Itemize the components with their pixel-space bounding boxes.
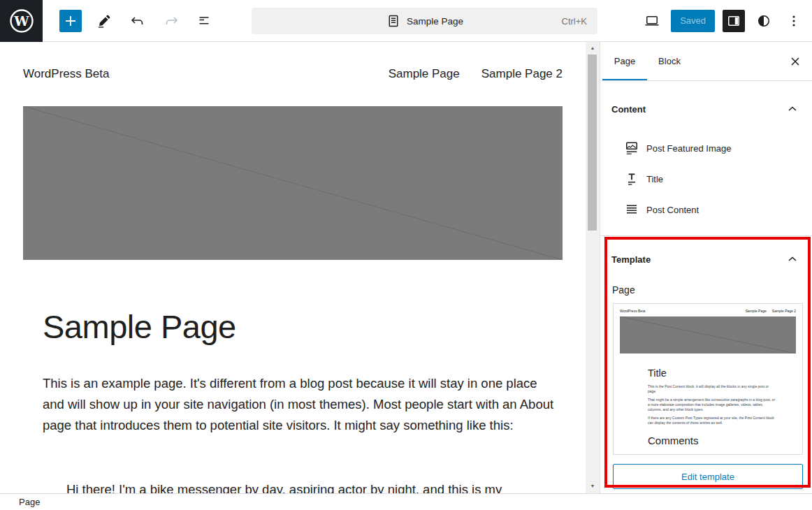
content-item-post-content[interactable]: Post Content xyxy=(600,194,812,225)
editor-main: WordPress Beta Sample Page Sample Page 2… xyxy=(0,42,812,493)
nav-link-sample-page-2[interactable]: Sample Page 2 xyxy=(481,67,563,81)
placeholder-diagonal-line xyxy=(23,106,563,260)
post-paragraph[interactable]: This is an example page. It's different … xyxy=(43,373,554,436)
styles-button[interactable] xyxy=(753,10,775,32)
saved-button[interactable]: Saved xyxy=(671,10,715,32)
tools-button[interactable] xyxy=(93,10,115,32)
editor-toolbar: W xyxy=(0,0,812,42)
document-icon xyxy=(386,13,401,29)
sidebar-panel-icon xyxy=(725,13,742,29)
tab-block[interactable]: Block xyxy=(647,42,692,80)
undo-icon xyxy=(129,13,146,29)
preview-title: Title xyxy=(648,367,802,379)
wordpress-logo[interactable]: W xyxy=(0,0,43,42)
template-name-link[interactable]: Page xyxy=(612,284,635,296)
options-menu-button[interactable] xyxy=(783,10,805,32)
more-options-icon xyxy=(785,13,802,29)
preview-featured-image xyxy=(620,316,796,354)
post-featured-image-placeholder[interactable] xyxy=(23,106,563,260)
settings-sidebar: Page Block Content xyxy=(600,42,812,493)
redo-button[interactable] xyxy=(160,10,182,32)
editor-canvas: WordPress Beta Sample Page Sample Page 2… xyxy=(0,42,600,493)
pencil-icon xyxy=(96,13,113,29)
list-view-button[interactable] xyxy=(194,10,216,32)
editor-footer: Page xyxy=(0,493,812,510)
undo-button[interactable] xyxy=(126,10,149,32)
plus-icon xyxy=(62,13,79,29)
preview-nav-item: Sample Page xyxy=(746,309,767,313)
content-panel: Content Post Featured Image xyxy=(600,81,812,236)
scrollbar-thumb[interactable] xyxy=(588,54,597,231)
preview-body: This is the Post Content block, it will … xyxy=(648,384,777,425)
document-title-button[interactable]: Sample Page Ctrl+K xyxy=(252,8,597,34)
content-item-label: Post Featured Image xyxy=(646,143,731,154)
edit-template-button[interactable]: Edit template xyxy=(613,464,803,489)
sidebar-tabs: Page Block xyxy=(600,42,812,81)
toolbar-left-group xyxy=(43,10,216,32)
content-item-title[interactable]: Title xyxy=(600,163,812,194)
site-navigation: Sample Page Sample Page 2 xyxy=(389,67,563,81)
preview-button[interactable] xyxy=(641,10,663,32)
content-panel-title: Content xyxy=(611,104,646,115)
content-items: Post Featured Image Title xyxy=(600,133,812,236)
command-shortcut: Ctrl+K xyxy=(562,16,587,27)
breadcrumb[interactable]: Page xyxy=(19,497,40,507)
preview-nav: Sample Page Sample Page 2 xyxy=(746,309,796,313)
preview-paragraph: This is the Post Content block, it will … xyxy=(648,384,777,394)
post-content-icon xyxy=(623,201,640,218)
content-panel-header[interactable]: Content xyxy=(600,81,812,122)
content-item-post-featured-image[interactable]: Post Featured Image xyxy=(600,133,812,163)
scrollbar-up-arrow[interactable]: ▲ xyxy=(586,45,600,50)
document-title: Sample Page xyxy=(407,16,463,27)
chevron-up-icon xyxy=(784,101,801,117)
template-preview-thumbnail[interactable]: WordPress Beta Sample Page Sample Page 2… xyxy=(613,303,803,455)
template-panel-title: Template xyxy=(611,254,651,265)
laptop-icon xyxy=(644,13,660,29)
preview-site-title: WordPress Beta xyxy=(620,309,645,313)
post-quote-paragraph[interactable]: Hi there! I'm a bike messenger by day, a… xyxy=(66,479,556,493)
preview-diagonal-line xyxy=(620,316,796,354)
nav-link-sample-page[interactable]: Sample Page xyxy=(389,67,460,81)
site-header-block: WordPress Beta Sample Page Sample Page 2 xyxy=(23,67,563,81)
preview-site-header: WordPress Beta Sample Page Sample Page 2 xyxy=(614,304,802,316)
scrollbar-down-arrow[interactable]: ▼ xyxy=(586,483,600,488)
content-item-label: Title xyxy=(646,174,663,184)
wordpress-logo-icon: W xyxy=(9,8,34,34)
preview-nav-item: Sample Page 2 xyxy=(772,309,796,313)
template-panel-header[interactable]: Template xyxy=(600,236,812,272)
site-title[interactable]: WordPress Beta xyxy=(23,67,109,81)
preview-comments-heading: Comments xyxy=(648,435,802,446)
toolbar-right-group: Saved xyxy=(641,10,812,32)
tab-page[interactable]: Page xyxy=(602,42,647,80)
template-panel: Template Page WordPress Beta Sample Page… xyxy=(600,236,812,489)
redo-icon xyxy=(163,13,180,29)
featured-image-icon xyxy=(623,140,640,156)
canvas-scrollbar[interactable]: ▲ ▼ xyxy=(586,42,600,493)
title-icon xyxy=(623,170,640,187)
post-title[interactable]: Sample Page xyxy=(43,307,236,346)
contrast-circle-icon xyxy=(755,13,772,29)
wordpress-editor: W xyxy=(0,0,812,510)
block-inserter-button[interactable] xyxy=(59,10,82,32)
close-icon xyxy=(787,53,804,70)
close-sidebar-button[interactable] xyxy=(778,42,812,80)
list-view-icon xyxy=(196,13,213,29)
preview-paragraph: That might be a simple arrangement like … xyxy=(648,398,777,412)
chevron-up-icon xyxy=(784,251,801,268)
content-item-label: Post Content xyxy=(646,205,699,215)
svg-text:W: W xyxy=(13,13,29,28)
preview-paragraph: If there are any Custom Post Types regis… xyxy=(648,416,777,425)
settings-sidebar-toggle[interactable] xyxy=(723,10,745,32)
